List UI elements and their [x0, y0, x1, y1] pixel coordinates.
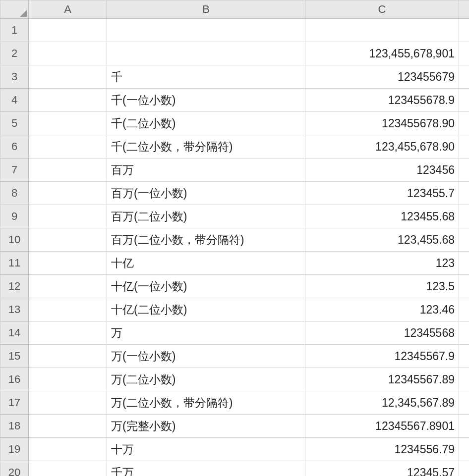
cell-A19[interactable]	[29, 438, 107, 461]
cell-A4[interactable]	[29, 89, 107, 112]
cell-B20[interactable]: 千万	[107, 461, 305, 476]
cell-extra14[interactable]	[459, 321, 469, 345]
cell-C14[interactable]: 12345568	[305, 321, 459, 345]
cell-A8[interactable]	[29, 182, 107, 205]
cell-A11[interactable]	[29, 252, 107, 275]
cell-extra18[interactable]	[459, 415, 469, 438]
cell-A5[interactable]	[29, 112, 107, 135]
cell-extra5[interactable]	[459, 112, 469, 135]
cell-C10[interactable]: 123,455.68	[305, 228, 459, 252]
cell-A17[interactable]	[29, 391, 107, 415]
cell-A9[interactable]	[29, 205, 107, 228]
row-header-8[interactable]: 8	[0, 182, 29, 205]
row-header-6[interactable]: 6	[0, 135, 29, 159]
cell-B3[interactable]: 千	[107, 65, 305, 89]
cell-extra19[interactable]	[459, 438, 469, 461]
col-header-A[interactable]: A	[29, 0, 107, 19]
row-header-4[interactable]: 4	[0, 89, 29, 112]
cell-C11[interactable]: 123	[305, 252, 459, 275]
cell-A7[interactable]	[29, 159, 107, 182]
row-header-9[interactable]: 9	[0, 205, 29, 228]
row-header-7[interactable]: 7	[0, 159, 29, 182]
cell-C6[interactable]: 123,455,678.90	[305, 135, 459, 159]
row-header-19[interactable]: 19	[0, 438, 29, 461]
cell-A13[interactable]	[29, 298, 107, 321]
row-header-11[interactable]: 11	[0, 252, 29, 275]
cell-extra9[interactable]	[459, 205, 469, 228]
cell-extra17[interactable]	[459, 391, 469, 415]
col-header-C[interactable]: C	[305, 0, 459, 19]
row-header-13[interactable]: 13	[0, 298, 29, 321]
cell-B5[interactable]: 千(二位小数)	[107, 112, 305, 135]
cell-A12[interactable]	[29, 275, 107, 298]
cell-B17[interactable]: 万(二位小数，带分隔符)	[107, 391, 305, 415]
cell-A16[interactable]	[29, 368, 107, 391]
row-header-17[interactable]: 17	[0, 391, 29, 415]
cell-extra2[interactable]	[459, 42, 469, 65]
cell-C15[interactable]: 12345567.9	[305, 345, 459, 368]
cell-C1[interactable]	[305, 19, 459, 42]
cell-extra7[interactable]	[459, 159, 469, 182]
select-all-corner[interactable]	[0, 0, 29, 19]
cell-B19[interactable]: 十万	[107, 438, 305, 461]
cell-A1[interactable]	[29, 19, 107, 42]
cell-B13[interactable]: 十亿(二位小数)	[107, 298, 305, 321]
row-header-10[interactable]: 10	[0, 228, 29, 252]
cell-C2[interactable]: 123,455,678,901	[305, 42, 459, 65]
row-header-18[interactable]: 18	[0, 415, 29, 438]
cell-A6[interactable]	[29, 135, 107, 159]
cell-extra8[interactable]	[459, 182, 469, 205]
cell-extra3[interactable]	[459, 65, 469, 89]
cell-C19[interactable]: 1234556.79	[305, 438, 459, 461]
cell-B16[interactable]: 万(二位小数)	[107, 368, 305, 391]
cell-C16[interactable]: 12345567.89	[305, 368, 459, 391]
cell-C17[interactable]: 12,345,567.89	[305, 391, 459, 415]
cell-B1[interactable]	[107, 19, 305, 42]
cell-extra12[interactable]	[459, 275, 469, 298]
cell-B4[interactable]: 千(一位小数)	[107, 89, 305, 112]
cell-B11[interactable]: 十亿	[107, 252, 305, 275]
cell-B15[interactable]: 万(一位小数)	[107, 345, 305, 368]
cell-A2[interactable]	[29, 42, 107, 65]
cell-C9[interactable]: 123455.68	[305, 205, 459, 228]
col-header-extra[interactable]	[459, 0, 469, 19]
cell-extra10[interactable]	[459, 228, 469, 252]
cell-C4[interactable]: 123455678.9	[305, 89, 459, 112]
cell-A10[interactable]	[29, 228, 107, 252]
row-header-16[interactable]: 16	[0, 368, 29, 391]
cell-extra6[interactable]	[459, 135, 469, 159]
cell-C3[interactable]: 123455679	[305, 65, 459, 89]
cell-A20[interactable]	[29, 461, 107, 476]
row-header-14[interactable]: 14	[0, 321, 29, 345]
row-header-20[interactable]: 20	[0, 461, 29, 476]
cell-C20[interactable]: 12345.57	[305, 461, 459, 476]
row-header-5[interactable]: 5	[0, 112, 29, 135]
cell-A18[interactable]	[29, 415, 107, 438]
cell-extra15[interactable]	[459, 345, 469, 368]
row-header-12[interactable]: 12	[0, 275, 29, 298]
cell-C18[interactable]: 12345567.8901	[305, 415, 459, 438]
row-header-2[interactable]: 2	[0, 42, 29, 65]
cell-B8[interactable]: 百万(一位小数)	[107, 182, 305, 205]
cell-C7[interactable]: 123456	[305, 159, 459, 182]
cell-extra16[interactable]	[459, 368, 469, 391]
cell-extra20[interactable]	[459, 461, 469, 476]
cell-B6[interactable]: 千(二位小数，带分隔符)	[107, 135, 305, 159]
cell-B9[interactable]: 百万(二位小数)	[107, 205, 305, 228]
cell-extra13[interactable]	[459, 298, 469, 321]
cell-B7[interactable]: 百万	[107, 159, 305, 182]
row-header-3[interactable]: 3	[0, 65, 29, 89]
cell-extra4[interactable]	[459, 89, 469, 112]
cell-extra1[interactable]	[459, 19, 469, 42]
cell-C8[interactable]: 123455.7	[305, 182, 459, 205]
row-header-15[interactable]: 15	[0, 345, 29, 368]
row-header-1[interactable]: 1	[0, 19, 29, 42]
cell-B14[interactable]: 万	[107, 321, 305, 345]
cell-B10[interactable]: 百万(二位小数，带分隔符)	[107, 228, 305, 252]
cell-B18[interactable]: 万(完整小数)	[107, 415, 305, 438]
cell-A3[interactable]	[29, 65, 107, 89]
cell-C12[interactable]: 123.5	[305, 275, 459, 298]
cell-C5[interactable]: 123455678.90	[305, 112, 459, 135]
cell-B2[interactable]	[107, 42, 305, 65]
col-header-B[interactable]: B	[107, 0, 305, 19]
